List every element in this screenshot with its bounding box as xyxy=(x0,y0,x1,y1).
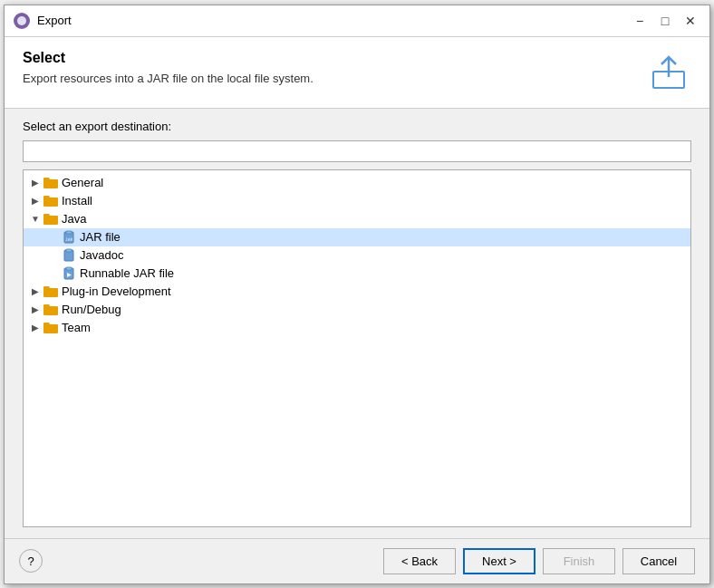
svg-rect-8 xyxy=(66,267,72,270)
item-label-runnable-jar: Runnable JAR file xyxy=(80,266,174,280)
item-label-install: Install xyxy=(62,194,92,207)
svg-point-0 xyxy=(17,16,26,25)
chevron-icon: ▶ xyxy=(29,322,42,334)
content-area: Select an export destination: ▶ General … xyxy=(5,109,709,538)
page-description: Export resources into a JAR file on the … xyxy=(23,72,314,85)
close-button[interactable]: ✕ xyxy=(680,11,700,31)
javadoc-icon xyxy=(62,248,76,263)
folder-icon-open xyxy=(43,212,58,227)
svg-rect-6 xyxy=(66,249,72,252)
item-label-java: Java xyxy=(62,212,86,226)
tree-item-run-debug[interactable]: ▶ Run/Debug xyxy=(24,301,690,319)
footer: ? < Back Next > Finish Cancel xyxy=(5,538,709,583)
folder-icon xyxy=(43,321,58,335)
item-label-jar-file: JAR file xyxy=(80,230,121,244)
help-button[interactable]: ? xyxy=(19,549,43,573)
header-text: Select Export resources into a JAR file … xyxy=(23,50,314,85)
chevron-icon: ▶ xyxy=(29,177,42,189)
folder-icon xyxy=(43,303,58,317)
app-icon xyxy=(14,13,30,29)
tree-item-general[interactable]: ▶ General xyxy=(24,174,690,192)
chevron-icon: ▶ xyxy=(29,195,42,207)
item-label-plugin-dev: Plug-in Development xyxy=(62,284,171,298)
folder-icon xyxy=(43,284,58,299)
export-dialog: Export − □ ✕ Select Export resources int… xyxy=(4,5,710,584)
title-bar: Export − □ ✕ xyxy=(5,5,709,37)
minimize-button[interactable]: − xyxy=(630,11,650,31)
tree-item-java[interactable]: ▼ Java xyxy=(24,210,690,228)
filter-label: Select an export destination: xyxy=(23,120,691,133)
item-label-general: General xyxy=(62,176,103,189)
back-button[interactable]: < Back xyxy=(383,548,456,574)
page-title: Select xyxy=(23,50,314,66)
tree-item-javadoc[interactable]: ▶ Javadoc xyxy=(24,246,690,265)
window-title: Export xyxy=(37,14,630,27)
maximize-button[interactable]: □ xyxy=(655,11,675,31)
tree-item-jar-file[interactable]: ▶ JAR JAR file xyxy=(24,228,690,246)
next-button[interactable]: Next > xyxy=(463,548,536,574)
tree-item-runnable-jar[interactable]: ▶ Runnable JAR file xyxy=(24,265,690,283)
tree-container: ▶ General ▶ Install ▼ Java xyxy=(23,169,691,527)
svg-rect-3 xyxy=(66,231,72,234)
folder-icon xyxy=(43,176,58,190)
folder-icon xyxy=(43,194,58,208)
cancel-button[interactable]: Cancel xyxy=(622,548,695,574)
runnable-jar-icon xyxy=(62,266,76,281)
item-label-javadoc: Javadoc xyxy=(80,248,123,262)
tree-item-install[interactable]: ▶ Install xyxy=(24,192,690,210)
svg-text:JAR: JAR xyxy=(65,237,72,242)
header-icon xyxy=(646,50,691,95)
item-label-team: Team xyxy=(62,321,91,334)
finish-button[interactable]: Finish xyxy=(543,548,615,574)
jar-icon: JAR xyxy=(62,230,76,245)
header-section: Select Export resources into a JAR file … xyxy=(5,37,709,109)
window-controls: − □ ✕ xyxy=(630,11,700,31)
chevron-icon: ▼ xyxy=(29,213,42,226)
tree-item-plugin-dev[interactable]: ▶ Plug-in Development xyxy=(24,283,690,301)
tree-item-team[interactable]: ▶ Team xyxy=(24,319,690,337)
filter-input[interactable] xyxy=(23,140,691,162)
export-icon xyxy=(650,53,688,92)
footer-right: < Back Next > Finish Cancel xyxy=(383,548,695,574)
item-label-run-debug: Run/Debug xyxy=(62,303,121,316)
footer-left: ? xyxy=(19,549,43,573)
chevron-icon: ▶ xyxy=(29,285,42,298)
chevron-icon: ▶ xyxy=(29,304,42,316)
